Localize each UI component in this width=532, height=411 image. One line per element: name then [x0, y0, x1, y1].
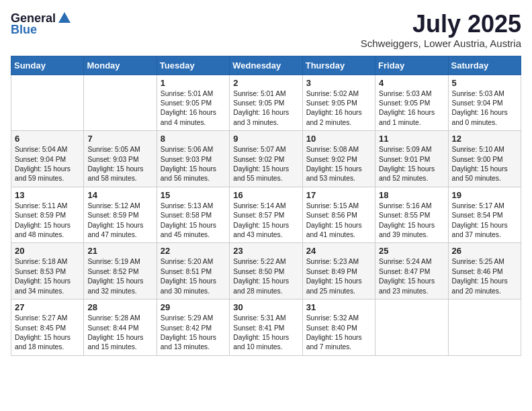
cell-content: Sunrise: 5:06 AMSunset: 9:03 PMDaylight:…	[161, 145, 226, 184]
day-number: 30	[233, 302, 298, 312]
cell-content: Sunrise: 5:03 AMSunset: 9:04 PMDaylight:…	[452, 89, 517, 128]
table-row: 22Sunrise: 5:20 AMSunset: 8:51 PMDayligh…	[157, 243, 229, 300]
cell-content: Sunrise: 5:09 AMSunset: 9:01 PMDaylight:…	[379, 145, 444, 184]
cell-content: Sunrise: 5:05 AMSunset: 9:03 PMDaylight:…	[87, 145, 152, 184]
day-number: 22	[161, 246, 226, 256]
cell-content: Sunrise: 5:29 AMSunset: 8:42 PMDaylight:…	[161, 314, 226, 353]
table-row: 26Sunrise: 5:25 AMSunset: 8:46 PMDayligh…	[448, 243, 521, 300]
day-number: 23	[233, 246, 298, 256]
table-row: 1Sunrise: 5:01 AMSunset: 9:05 PMDaylight…	[157, 75, 229, 131]
cell-content: Sunrise: 5:20 AMSunset: 8:51 PMDaylight:…	[161, 257, 226, 296]
cell-content: Sunrise: 5:27 AMSunset: 8:45 PMDaylight:…	[15, 314, 80, 353]
day-number: 1	[161, 78, 226, 88]
cell-content: Sunrise: 5:03 AMSunset: 9:05 PMDaylight:…	[379, 89, 444, 128]
table-row: 3Sunrise: 5:02 AMSunset: 9:05 PMDaylight…	[302, 75, 375, 131]
day-number: 29	[161, 302, 226, 312]
table-row: 16Sunrise: 5:14 AMSunset: 8:57 PMDayligh…	[230, 187, 302, 243]
day-number: 19	[452, 190, 517, 200]
logo-blue-text: Blue	[11, 23, 37, 37]
table-row: 18Sunrise: 5:16 AMSunset: 8:55 PMDayligh…	[375, 187, 448, 243]
table-row	[84, 75, 157, 131]
day-number: 12	[452, 134, 517, 144]
table-row: 14Sunrise: 5:12 AMSunset: 8:59 PMDayligh…	[84, 187, 157, 243]
calendar-week-row: 6Sunrise: 5:04 AMSunset: 9:04 PMDaylight…	[11, 131, 521, 187]
location-title: Schweiggers, Lower Austria, Austria	[361, 38, 521, 49]
cell-content: Sunrise: 5:02 AMSunset: 9:05 PMDaylight:…	[306, 89, 371, 128]
cell-content: Sunrise: 5:08 AMSunset: 9:02 PMDaylight:…	[306, 145, 371, 184]
cell-content: Sunrise: 5:18 AMSunset: 8:53 PMDaylight:…	[15, 257, 80, 296]
day-number: 14	[87, 190, 152, 200]
table-row: 9Sunrise: 5:07 AMSunset: 9:02 PMDaylight…	[230, 131, 302, 187]
day-number: 27	[15, 302, 80, 312]
cell-content: Sunrise: 5:22 AMSunset: 8:50 PMDaylight:…	[233, 257, 298, 296]
cell-content: Sunrise: 5:13 AMSunset: 8:58 PMDaylight:…	[161, 201, 226, 240]
cell-content: Sunrise: 5:15 AMSunset: 8:56 PMDaylight:…	[306, 201, 371, 240]
col-saturday: Saturday	[448, 56, 521, 75]
cell-content: Sunrise: 5:07 AMSunset: 9:02 PMDaylight:…	[233, 145, 298, 184]
table-row: 27Sunrise: 5:27 AMSunset: 8:45 PMDayligh…	[11, 300, 84, 356]
day-number: 2	[233, 78, 298, 88]
table-row: 2Sunrise: 5:01 AMSunset: 9:05 PMDaylight…	[230, 75, 302, 131]
cell-content: Sunrise: 5:24 AMSunset: 8:47 PMDaylight:…	[379, 257, 444, 296]
table-row: 21Sunrise: 5:19 AMSunset: 8:52 PMDayligh…	[84, 243, 157, 300]
day-number: 3	[306, 78, 371, 88]
table-row: 5Sunrise: 5:03 AMSunset: 9:04 PMDaylight…	[448, 75, 521, 131]
day-number: 4	[379, 78, 444, 88]
day-number: 11	[379, 134, 444, 144]
table-row: 8Sunrise: 5:06 AMSunset: 9:03 PMDaylight…	[157, 131, 229, 187]
calendar-table: Sunday Monday Tuesday Wednesday Thursday…	[11, 56, 521, 356]
table-row: 25Sunrise: 5:24 AMSunset: 8:47 PMDayligh…	[375, 243, 448, 300]
day-number: 31	[306, 302, 371, 312]
calendar-week-row: 20Sunrise: 5:18 AMSunset: 8:53 PMDayligh…	[11, 243, 521, 300]
day-number: 28	[87, 302, 152, 312]
cell-content: Sunrise: 5:14 AMSunset: 8:57 PMDaylight:…	[233, 201, 298, 240]
calendar-week-row: 27Sunrise: 5:27 AMSunset: 8:45 PMDayligh…	[11, 300, 521, 356]
day-number: 15	[161, 190, 226, 200]
day-number: 18	[379, 190, 444, 200]
day-number: 7	[87, 134, 152, 144]
col-tuesday: Tuesday	[157, 56, 229, 75]
table-row: 28Sunrise: 5:28 AMSunset: 8:44 PMDayligh…	[84, 300, 157, 356]
svg-marker-0	[58, 12, 71, 23]
table-row: 4Sunrise: 5:03 AMSunset: 9:05 PMDaylight…	[375, 75, 448, 131]
table-row	[448, 300, 521, 356]
table-row: 12Sunrise: 5:10 AMSunset: 9:00 PMDayligh…	[448, 131, 521, 187]
cell-content: Sunrise: 5:32 AMSunset: 8:40 PMDaylight:…	[306, 314, 371, 353]
day-number: 8	[161, 134, 226, 144]
col-sunday: Sunday	[11, 56, 84, 75]
cell-content: Sunrise: 5:10 AMSunset: 9:00 PMDaylight:…	[452, 145, 517, 184]
cell-content: Sunrise: 5:28 AMSunset: 8:44 PMDaylight:…	[87, 314, 152, 353]
cell-content: Sunrise: 5:01 AMSunset: 9:05 PMDaylight:…	[161, 89, 226, 128]
table-row	[375, 300, 448, 356]
table-row: 31Sunrise: 5:32 AMSunset: 8:40 PMDayligh…	[302, 300, 375, 356]
col-friday: Friday	[375, 56, 448, 75]
day-number: 20	[15, 246, 80, 256]
table-row: 11Sunrise: 5:09 AMSunset: 9:01 PMDayligh…	[375, 131, 448, 187]
day-number: 13	[15, 190, 80, 200]
cell-content: Sunrise: 5:11 AMSunset: 8:59 PMDaylight:…	[15, 201, 80, 240]
col-monday: Monday	[84, 56, 157, 75]
cell-content: Sunrise: 5:23 AMSunset: 8:49 PMDaylight:…	[306, 257, 371, 296]
cell-content: Sunrise: 5:25 AMSunset: 8:46 PMDaylight:…	[452, 257, 517, 296]
table-row: 13Sunrise: 5:11 AMSunset: 8:59 PMDayligh…	[11, 187, 84, 243]
page-header: General Blue July 2025 Schweiggers, Lowe…	[11, 11, 521, 49]
cell-content: Sunrise: 5:04 AMSunset: 9:04 PMDaylight:…	[15, 145, 80, 184]
day-number: 6	[15, 134, 80, 144]
table-row: 15Sunrise: 5:13 AMSunset: 8:58 PMDayligh…	[157, 187, 229, 243]
day-number: 17	[306, 190, 371, 200]
table-row: 6Sunrise: 5:04 AMSunset: 9:04 PMDaylight…	[11, 131, 84, 187]
day-number: 10	[306, 134, 371, 144]
calendar-header-row: Sunday Monday Tuesday Wednesday Thursday…	[11, 56, 521, 75]
cell-content: Sunrise: 5:19 AMSunset: 8:52 PMDaylight:…	[87, 257, 152, 296]
cell-content: Sunrise: 5:01 AMSunset: 9:05 PMDaylight:…	[233, 89, 298, 128]
day-number: 9	[233, 134, 298, 144]
month-title: July 2025	[361, 11, 521, 38]
day-number: 21	[87, 246, 152, 256]
table-row: 23Sunrise: 5:22 AMSunset: 8:50 PMDayligh…	[230, 243, 302, 300]
col-thursday: Thursday	[302, 56, 375, 75]
table-row: 29Sunrise: 5:29 AMSunset: 8:42 PMDayligh…	[157, 300, 229, 356]
calendar-week-row: 13Sunrise: 5:11 AMSunset: 8:59 PMDayligh…	[11, 187, 521, 243]
cell-content: Sunrise: 5:12 AMSunset: 8:59 PMDaylight:…	[87, 201, 152, 240]
cell-content: Sunrise: 5:16 AMSunset: 8:55 PMDaylight:…	[379, 201, 444, 240]
table-row	[11, 75, 84, 131]
